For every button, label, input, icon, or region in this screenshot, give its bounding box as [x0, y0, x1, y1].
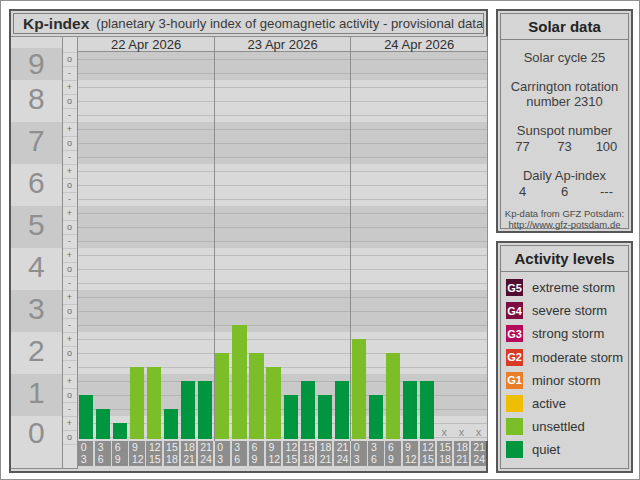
- unsettled-swatch: [506, 418, 523, 435]
- g5-extreme-storm-swatch: G5: [506, 279, 523, 296]
- y-axis-number-0: 0: [11, 412, 62, 454]
- quiet-swatch: [506, 441, 523, 458]
- kp-bar: [198, 381, 212, 439]
- x-slot-label: 1821: [317, 441, 332, 466]
- y-axis-sublabel: o: [62, 304, 78, 318]
- gridline: [77, 129, 487, 130]
- sublabel-divider: [62, 178, 78, 179]
- y-axis-sublabel: o: [62, 346, 78, 360]
- x-slot-label: 1821: [454, 441, 469, 466]
- y-axis-sublabel: +: [62, 374, 78, 388]
- y-axis-sublabel: +: [62, 122, 78, 136]
- kp-bar: [335, 381, 349, 439]
- gridline: [77, 115, 487, 116]
- solar-cycle: Solar cycle 25: [501, 50, 628, 65]
- sublabel-divider: [62, 374, 78, 375]
- x-slot-label: 912: [129, 441, 144, 466]
- sunspot-values: 77 73 100: [501, 139, 628, 154]
- sublabel-divider: [62, 94, 78, 95]
- activity-level-label: unsettled: [532, 419, 585, 434]
- gridline: [77, 269, 487, 270]
- y-axis-sublabel: +: [62, 332, 78, 346]
- sublabel-divider: [62, 80, 78, 81]
- kp-bar: [386, 353, 400, 439]
- x-slot-label: 1518: [300, 441, 315, 466]
- kp-bar: [130, 367, 144, 439]
- plot-right-border: [487, 36, 488, 441]
- kp-bar: [164, 409, 178, 439]
- gridline: [77, 101, 487, 102]
- kp-bar: [369, 395, 383, 439]
- missing-data-marker: x: [470, 425, 487, 439]
- kp-bar: [318, 395, 332, 439]
- sublabel-divider: [62, 248, 78, 249]
- gridline: [77, 59, 487, 60]
- sublabel-divider: [62, 346, 78, 347]
- activity-levels-inner: Activity levels G5extreme stormG4severe …: [500, 245, 629, 469]
- y-axis-number-1: 1: [11, 372, 62, 414]
- gridline: [77, 255, 487, 256]
- y-axis-sublabel: -: [62, 234, 78, 248]
- y-axis-sublabel: +: [62, 416, 78, 430]
- activity-level-row-moderate-storm: G2moderate storm: [506, 346, 628, 369]
- x-slot-label: 03: [215, 441, 230, 466]
- gridline: [77, 87, 487, 88]
- activity-level-row-severe-storm: G4severe storm: [506, 299, 628, 322]
- y-axis-sublabel: -: [62, 360, 78, 374]
- x-slot-label: 1821: [181, 441, 196, 466]
- y-axis-sublabel: o: [62, 94, 78, 108]
- gridline: [77, 241, 487, 242]
- activity-level-label: extreme storm: [532, 280, 615, 295]
- sublabel-divider: [62, 192, 78, 193]
- sublabel-divider: [62, 66, 78, 67]
- x-slot-label: 1518: [437, 441, 452, 466]
- kp-band-9: [77, 52, 487, 80]
- axis-bottom-border: [11, 468, 77, 469]
- gridline: [77, 227, 487, 228]
- y-axis-sublabel: o: [62, 178, 78, 192]
- y-axis-sublabel: o: [62, 220, 78, 234]
- activity-level-row-unsettled: unsettled: [506, 415, 628, 438]
- y-axis-number-3: 3: [11, 288, 62, 330]
- sunspot-value-day3: 100: [586, 139, 628, 154]
- sublabel-divider: [62, 318, 78, 319]
- ap-value-day3: ---: [586, 184, 628, 199]
- gridline: [77, 185, 487, 186]
- gridline: [77, 283, 487, 284]
- x-slot-label: 912: [403, 441, 418, 466]
- y-axis-number-6: 6: [11, 162, 62, 204]
- kp-bar: [215, 353, 229, 439]
- sunspot-value-day1: 77: [502, 139, 544, 154]
- x-slot-label: 36: [95, 441, 110, 466]
- y-axis-sublabel: -: [62, 150, 78, 164]
- x-slot-label: 69: [112, 441, 127, 466]
- y-axis-number-7: 7: [11, 120, 62, 162]
- activity-levels-list: G5extreme stormG4severe stormG3strong st…: [501, 272, 628, 462]
- sublabel-divider: [62, 402, 78, 403]
- gridline: [77, 353, 487, 354]
- x-slot-label: 2124: [471, 441, 486, 466]
- sublabel-divider: [62, 150, 78, 151]
- sublabel-divider: [62, 276, 78, 277]
- activity-level-row-extreme-storm: G5extreme storm: [506, 276, 628, 299]
- x-slot-label: 1215: [283, 441, 298, 466]
- y-axis-sublabel: o: [62, 430, 78, 444]
- y-axis-sublabel: +: [62, 290, 78, 304]
- y-axis-sublabel: +: [62, 80, 78, 94]
- gridline: [77, 297, 487, 298]
- x-slot-label: 2124: [334, 441, 349, 466]
- active-swatch: [506, 395, 523, 412]
- missing-data-marker: x: [453, 425, 470, 439]
- activity-level-row-strong-storm: G3strong storm: [506, 322, 628, 345]
- sublabel-divider: [62, 332, 78, 333]
- solar-data-title: Solar data: [501, 14, 628, 40]
- ap-label: Daily Ap-index: [501, 168, 628, 183]
- y-axis-sublabel: +: [62, 248, 78, 262]
- sublabel-divider: [62, 122, 78, 123]
- date-header-0: 22 Apr 2026: [77, 36, 215, 52]
- sunspot-label: Sunspot number: [501, 123, 628, 138]
- kp-bar: [147, 367, 161, 439]
- y-axis-sublabel: -: [62, 318, 78, 332]
- sublabel-divider: [62, 52, 78, 53]
- sublabel-divider: [62, 164, 78, 165]
